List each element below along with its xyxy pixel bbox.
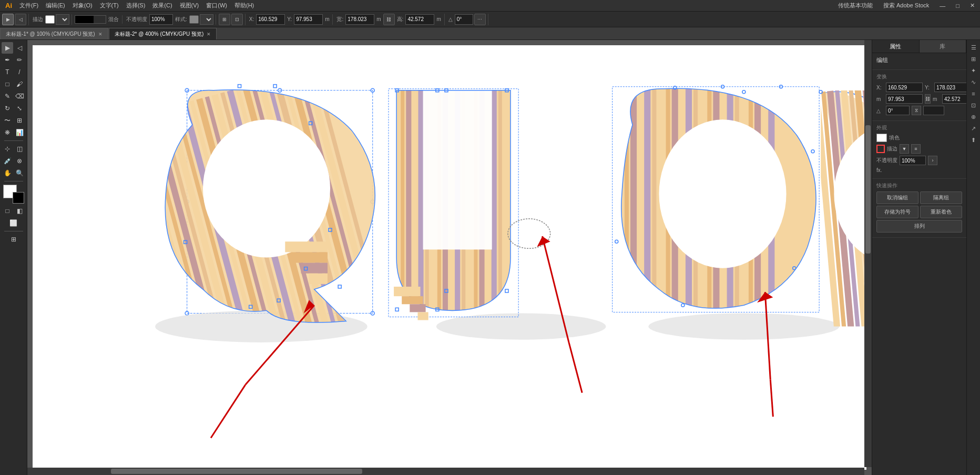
stroke-more-btn[interactable]: ≡: [911, 144, 921, 154]
add-anchor-tool[interactable]: ✏: [14, 54, 25, 66]
select-tool-btn[interactable]: ▶: [2, 14, 14, 25]
save-symbol-btn[interactable]: 存储为符号: [876, 206, 918, 218]
isolate-btn[interactable]: 隔离组: [920, 191, 962, 204]
link-dimensions-btn[interactable]: ⛓: [925, 94, 931, 104]
artboard-tool[interactable]: ⊞: [3, 234, 24, 245]
recolor-btn[interactable]: 重新着色: [920, 206, 962, 218]
eraser-tool[interactable]: ⌫: [14, 90, 25, 102]
tab-2[interactable]: 未标题-2* @ 400% (CMYK/GPU 预览) ✕: [109, 28, 217, 39]
brushes-icon[interactable]: ∿: [968, 77, 979, 87]
opacity-more-btn[interactable]: ›: [928, 156, 937, 165]
x-value-input[interactable]: [886, 83, 923, 92]
w-input[interactable]: [345, 14, 374, 25]
mesh-tool[interactable]: ⊹: [2, 143, 13, 155]
style-select[interactable]: [200, 14, 213, 25]
shear-btn[interactable]: ⧖: [912, 106, 921, 115]
layers-icon[interactable]: ☰: [968, 42, 979, 53]
background-color[interactable]: [13, 192, 24, 204]
menu-object[interactable]: 对象(O): [69, 1, 96, 11]
zoom-tool[interactable]: 🔍: [14, 167, 25, 179]
menu-effect[interactable]: 效果(C): [149, 1, 175, 11]
horizontal-scroll-thumb[interactable]: [111, 469, 362, 474]
constrain-btn[interactable]: ⛓: [383, 14, 395, 25]
w-value-input[interactable]: [886, 94, 923, 104]
menu-select[interactable]: 选择(S): [123, 1, 149, 11]
workspace-switcher[interactable]: 传统基本功能: [835, 1, 876, 11]
align-group: ⊞ ⊡: [219, 14, 246, 25]
h-input[interactable]: [405, 14, 434, 25]
artboard-icon[interactable]: ⊞: [968, 54, 979, 64]
maximize-btn[interactable]: □: [953, 2, 963, 10]
menu-edit[interactable]: 编辑(E): [43, 1, 68, 11]
stroke-color-swatch[interactable]: [876, 145, 885, 153]
arrange-btn[interactable]: 排列: [876, 220, 962, 233]
properties-tab[interactable]: 属性: [872, 40, 920, 53]
pencil-tool[interactable]: ✎: [2, 90, 13, 102]
direct-select-btn[interactable]: ◁: [15, 14, 26, 25]
more-transform-btn[interactable]: ⋯: [474, 14, 486, 25]
warp-tool[interactable]: 〜: [2, 115, 13, 126]
stroke-options-btn[interactable]: ▼: [900, 144, 909, 154]
symbols-icon[interactable]: ✦: [968, 65, 979, 76]
hand-tool[interactable]: ✋: [2, 167, 13, 179]
opacity-input[interactable]: [149, 14, 173, 25]
selection-tool[interactable]: ▶: [2, 42, 13, 54]
embed-icon[interactable]: ↗: [968, 123, 979, 134]
library-tab[interactable]: 库: [920, 40, 967, 53]
warp-tools: 〜 ⊞: [2, 115, 25, 126]
shear-value-input[interactable]: [923, 106, 944, 115]
fill-color-swatch[interactable]: [45, 15, 55, 24]
menu-file[interactable]: 文件(F): [16, 1, 42, 11]
style-swatch[interactable]: [189, 15, 199, 24]
gradient-fill-btn[interactable]: ◧: [14, 205, 25, 217]
menu-view[interactable]: 视图(V): [177, 1, 202, 11]
ungroup-btn[interactable]: 取消编组: [876, 191, 918, 204]
angle-value-input[interactable]: [886, 106, 910, 115]
pen-tool[interactable]: ✒: [2, 54, 13, 66]
close-btn[interactable]: ✕: [967, 1, 978, 10]
export-icon[interactable]: ⬆: [968, 135, 979, 145]
quick-actions-title: 快速操作: [876, 182, 962, 189]
search-stock[interactable]: 搜索 Adobe Stock: [880, 1, 932, 11]
rectangle-tool[interactable]: □: [2, 78, 13, 90]
symbol-tool[interactable]: ❋: [2, 127, 13, 138]
fill-color-swatch[interactable]: [876, 134, 887, 142]
draw-inside-btn[interactable]: ⬜: [8, 217, 19, 229]
y-value-input[interactable]: [934, 83, 971, 92]
horizontal-scrollbar[interactable]: [27, 468, 864, 475]
line-tool[interactable]: /: [14, 66, 25, 78]
free-transform-tool[interactable]: ⊞: [14, 115, 25, 126]
x-input[interactable]: [256, 14, 285, 25]
menu-window[interactable]: 窗口(W): [203, 1, 230, 11]
top-menu-bar: Ai 文件(F) 编辑(E) 对象(O) 文字(T) 选择(S) 效果(C) 视…: [0, 0, 980, 12]
gradient-tool[interactable]: ◫: [14, 143, 25, 155]
menu-type[interactable]: 文字(T): [97, 1, 122, 11]
fill-options-select[interactable]: [56, 14, 69, 25]
vertical-scrollbar[interactable]: [864, 40, 872, 467]
vertical-scroll-thumb[interactable]: [865, 125, 871, 254]
transform-btn[interactable]: ⊡: [231, 14, 243, 25]
tab-2-close[interactable]: ✕: [207, 32, 211, 37]
minimize-btn[interactable]: —: [936, 2, 948, 10]
eyedropper-tool[interactable]: 💉: [2, 155, 13, 167]
tab-1-close[interactable]: ✕: [98, 32, 103, 37]
scale-tool[interactable]: ⤡: [14, 103, 25, 114]
paintbrush-tool[interactable]: 🖌: [14, 78, 25, 90]
blend-tool[interactable]: ⊗: [14, 155, 25, 167]
normal-mode-btn[interactable]: □: [2, 205, 13, 217]
units-m1: m: [324, 16, 330, 22]
transform-icon[interactable]: ⊡: [968, 100, 979, 110]
direct-selection-tool[interactable]: ◁: [14, 42, 25, 54]
y-input[interactable]: [294, 14, 323, 25]
align-icon[interactable]: ≡: [968, 88, 979, 99]
column-graph-tool[interactable]: 📊: [14, 127, 25, 138]
svg-rect-36: [285, 241, 328, 252]
opacity-panel-input[interactable]: [900, 156, 926, 165]
type-tool[interactable]: T: [2, 66, 13, 78]
pathfinder-icon[interactable]: ⊕: [968, 112, 979, 122]
align-btn[interactable]: ⊞: [219, 14, 230, 25]
menu-help[interactable]: 帮助(H): [231, 1, 257, 11]
rotate-tool[interactable]: ↻: [2, 103, 13, 114]
angle-input[interactable]: [455, 14, 473, 25]
tab-1[interactable]: 未标题-1* @ 100% (CMYK/GPU 预览) ✕: [0, 28, 108, 39]
